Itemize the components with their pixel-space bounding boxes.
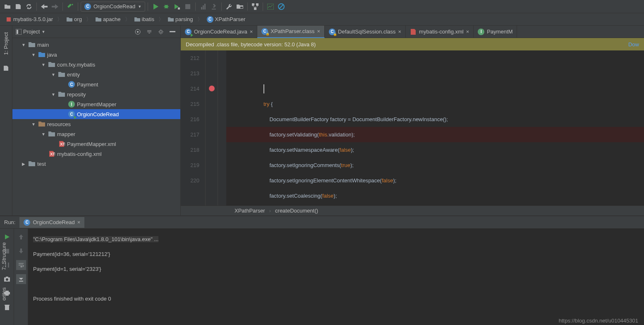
profile-icon[interactable] [198,2,208,12]
caret [263,84,264,93]
breadcrumb-item[interactable]: mybatis-3.5.0.jar [3,15,55,23]
svg-rect-5 [240,7,243,8]
collapse-icon[interactable] [145,27,154,36]
svg-rect-11 [7,17,11,22]
chart-icon[interactable] [266,2,275,12]
sync-icon[interactable] [24,2,34,12]
tree-item[interactable]: ▼mapper [12,129,180,139]
block-icon[interactable] [276,2,286,12]
run-tab[interactable]: C OrgionCodeRead × [19,217,84,228]
close-icon[interactable]: × [398,29,402,35]
wrap-icon[interactable] [16,260,26,270]
status-url: https://blog.csdn.net/u010445301 [559,318,638,324]
run-panel: Run: C OrgionCodeRead × "C:\Program File… [0,215,644,325]
editor-tab[interactable]: IPaymentM [474,26,517,38]
run-panel-header: Run: C OrgionCodeRead × [0,216,644,229]
coverage-icon[interactable] [172,2,182,12]
attach-icon[interactable] [209,2,219,12]
project-tree[interactable]: ▼main▼java▼com.fxy.mybatis▼entityCPaymen… [12,38,180,215]
svg-rect-30 [5,305,10,306]
tree-item[interactable]: ▼java [12,50,180,60]
down-icon[interactable] [16,246,26,256]
run-config-dropdown[interactable]: C OrgionCodeRead ▼ [81,2,145,12]
editor-tab[interactable]: mybatis-config.xml× [406,26,474,38]
close-icon[interactable]: × [250,29,253,35]
chevron-down-icon: ▼ [138,5,141,9]
favorites-tool-button[interactable]: orites [0,285,8,303]
svg-point-16 [160,31,162,33]
tree-item[interactable]: ▼reposity [12,89,180,99]
file-icon[interactable] [1,63,11,73]
run-icon[interactable] [151,2,160,12]
breadcrumb-item[interactable]: parsing [165,15,196,23]
tree-item[interactable]: ▼resources [12,119,180,129]
project-panel-header: Project ▼ [12,26,180,38]
tree-item[interactable]: xmlPaymentMapper.xml [12,139,180,149]
open-icon[interactable] [2,2,12,12]
svg-rect-2 [201,7,202,10]
breadcrumb-bar: mybatis-3.5.0.jar〉org〉apache〉ibatis〉pars… [0,13,644,26]
svg-rect-1 [185,4,190,9]
target-icon[interactable] [133,27,142,36]
editor-tab[interactable]: CDefaultSqlSession.class× [325,26,406,38]
tree-item[interactable]: ▶test [12,159,180,169]
tree-item[interactable]: IPaymentMapper [12,99,180,109]
project-tool-button[interactable]: 1: Project [2,30,10,57]
tree-item[interactable]: CPayment [12,79,180,89]
close-icon[interactable]: × [466,29,469,35]
close-icon[interactable]: × [317,28,320,34]
breadcrumb-item[interactable]: CXPathParser [204,15,248,24]
decompile-banner: Decompiled .class file, bytecode version… [181,38,644,50]
breadcrumb-item[interactable]: apache [93,15,123,23]
forward-icon[interactable] [50,2,60,12]
chevron-down-icon: ▼ [41,30,45,34]
back-icon[interactable] [39,2,49,12]
save-all-icon[interactable] [13,2,23,12]
breadcrumb-item[interactable]: org [64,15,84,23]
tree-item[interactable]: ▼main [12,40,180,50]
breakpoint-gutter[interactable] [206,50,218,206]
download-sources-link[interactable]: Dow [628,41,639,48]
left-strip-lower: 7: Structure orites [0,149,12,303]
line-number-gutter: 212213214215216217218219220 [181,50,206,206]
debug-icon[interactable] [161,2,171,12]
hide-icon[interactable] [168,27,177,36]
editor-tabs: COrgionCodeRead.java×CXPathParser.class×… [181,26,644,38]
editor-breadcrumb[interactable]: XPathParser › createDocument() [181,206,644,215]
stop-icon[interactable] [183,2,193,12]
tree-item[interactable]: ▼entity [12,69,180,79]
editor-tab[interactable]: CXPathParser.class× [257,26,325,38]
scroll-end-icon[interactable] [16,274,26,284]
gear-icon[interactable] [156,27,165,36]
wrench-icon[interactable] [224,2,234,12]
svg-rect-9 [267,4,274,10]
console-output[interactable]: "C:\Program Files\Java\jdk1.8.0_101\bin\… [28,229,644,325]
project-structure-icon[interactable] [235,2,245,12]
svg-point-15 [137,31,139,33]
svg-rect-8 [254,7,256,10]
build-icon[interactable] [65,2,75,12]
trash-icon[interactable] [2,302,12,312]
editor-area: COrgionCodeRead.java×CXPathParser.class×… [181,26,644,215]
project-panel: Project ▼ ▼main▼java▼com.fxy.mybatis▼ent… [12,26,181,215]
structure-tool-button[interactable]: 7: Structure [0,240,8,272]
svg-rect-6 [252,3,254,6]
svg-rect-17 [170,31,175,32]
svg-rect-13 [17,30,18,34]
code-editor[interactable]: 212213214215216217218219220 try { Docume… [181,50,644,206]
up-icon[interactable] [16,232,26,242]
class-icon: C [24,219,30,226]
vcs-icon[interactable] [250,2,260,12]
close-icon[interactable]: × [77,219,81,225]
svg-text:xml: xml [60,141,65,147]
tree-item[interactable]: COrgionCodeRead [12,109,180,119]
svg-rect-3 [203,5,204,10]
project-view-combo[interactable]: Project ▼ [16,29,131,35]
editor-tab[interactable]: COrgionCodeRead.java× [181,26,257,38]
code-content[interactable]: try { DocumentBuilderFactory factory = D… [226,50,644,206]
svg-text:xml: xml [50,151,55,157]
breadcrumb-item[interactable]: ibatis [132,15,157,23]
tree-item[interactable]: ▼com.fxy.mybatis [12,60,180,69]
svg-rect-4 [204,4,206,10]
tree-item[interactable]: xmlmybatis-config.xml [12,149,180,159]
